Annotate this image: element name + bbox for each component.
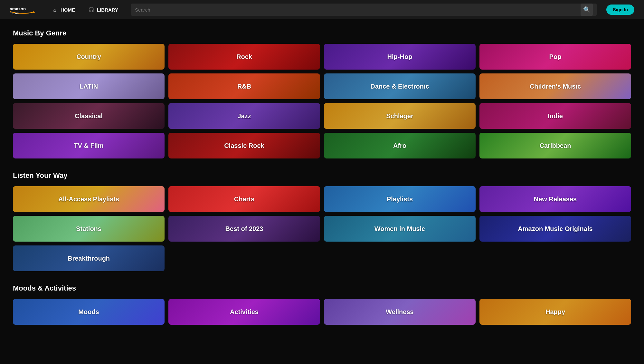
sign-in-button[interactable]: Sign In [606, 5, 634, 15]
genre-card-rock[interactable]: Rock [168, 44, 320, 70]
moods-grid: MoodsActivitiesWellnessHappy [13, 299, 631, 325]
main-header: amazon music ⌂ HOME 🎧 LIBRARY 🔍 Sign In [0, 0, 644, 19]
genre-card-stations[interactable]: Stations [13, 216, 165, 242]
genre-card-country[interactable]: Country [13, 44, 165, 70]
genre-card-classical[interactable]: Classical [13, 103, 165, 129]
main-content: Music By Genre CountryRockHip-HopPopLATI… [0, 19, 644, 347]
logo[interactable]: amazon music [10, 4, 39, 15]
genre-section-title: Music By Genre [13, 29, 631, 37]
genre-card-activities[interactable]: Activities [168, 299, 320, 325]
genre-card-best-of-2023[interactable]: Best of 2023 [168, 216, 320, 242]
genre-card-all-access[interactable]: All-Access Playlists [13, 186, 165, 212]
genre-card-women-in-music[interactable]: Women in Music [324, 216, 476, 242]
svg-text:amazon: amazon [10, 6, 26, 11]
genre-card-wellness[interactable]: Wellness [324, 299, 476, 325]
genre-card-moods[interactable]: Moods [13, 299, 165, 325]
genre-card-afro[interactable]: Afro [324, 133, 476, 158]
genre-card-childrens-music[interactable]: Children's Music [479, 73, 631, 99]
search-input[interactable] [135, 7, 577, 13]
listen-grid: All-Access PlaylistsChartsPlaylistsNew R… [13, 186, 631, 271]
genre-card-new-releases[interactable]: New Releases [479, 186, 631, 212]
genre-card-latin[interactable]: LATIN [13, 73, 165, 99]
nav-home[interactable]: ⌂ HOME [48, 5, 78, 15]
genre-card-jazz[interactable]: Jazz [168, 103, 320, 129]
search-button[interactable]: 🔍 [581, 4, 593, 16]
genre-card-amazon-originals[interactable]: Amazon Music Originals [479, 216, 631, 242]
genre-card-breakthrough[interactable]: Breakthrough [13, 245, 165, 271]
genre-card-charts[interactable]: Charts [168, 186, 320, 212]
headphones-icon: 🎧 [88, 6, 94, 13]
genre-card-happy[interactable]: Happy [479, 299, 631, 325]
main-nav: ⌂ HOME 🎧 LIBRARY [48, 5, 121, 15]
genre-card-pop[interactable]: Pop [479, 44, 631, 70]
svg-marker-2 [33, 11, 35, 14]
genre-card-hip-hop[interactable]: Hip-Hop [324, 44, 476, 70]
genre-card-classic-rock[interactable]: Classic Rock [168, 133, 320, 158]
genre-card-caribbean[interactable]: Caribbean [479, 133, 631, 158]
moods-section-title: Moods & Activities [13, 284, 631, 292]
home-icon: ⌂ [52, 6, 58, 13]
genre-card-rnb[interactable]: R&B [168, 73, 320, 99]
genre-card-schlager[interactable]: Schlager [324, 103, 476, 129]
nav-library[interactable]: 🎧 LIBRARY [85, 5, 121, 15]
listen-section-title: Listen Your Way [13, 171, 631, 180]
genre-grid: CountryRockHip-HopPopLATINR&BDance & Ele… [13, 44, 631, 158]
genre-card-playlists[interactable]: Playlists [324, 186, 476, 212]
search-bar: 🔍 [131, 4, 597, 16]
genre-card-tv-film[interactable]: TV & Film [13, 133, 165, 158]
genre-card-indie[interactable]: Indie [479, 103, 631, 129]
genre-card-dance-electronic[interactable]: Dance & Electronic [324, 73, 476, 99]
